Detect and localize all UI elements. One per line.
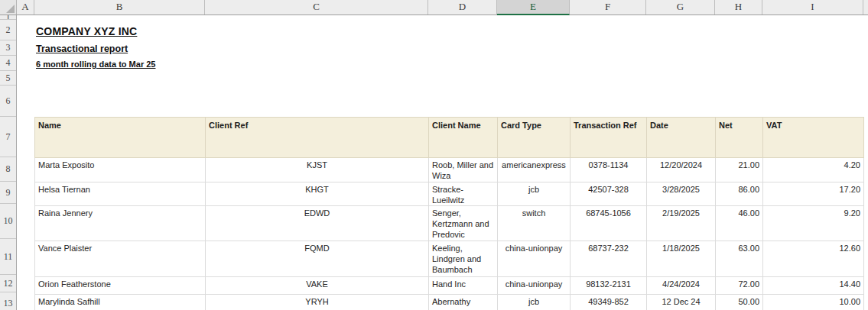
cell-date[interactable]: 1/18/2025 [647,241,716,277]
cell-transaction-ref[interactable]: 0378-1134 [571,158,647,182]
cell-vat[interactable]: 9.20 [763,206,864,241]
cell-client-ref[interactable]: KHGT [206,182,429,206]
header-client-ref[interactable]: Client Ref [206,118,429,158]
column-header-e-selected[interactable]: E [497,0,570,15]
cell-date[interactable]: 12/20/2024 [647,158,716,182]
table-row: Vance Plaister FQMD Keeling, Lindgren an… [35,241,864,277]
cell-transaction-ref[interactable]: 49349-852 [571,295,647,310]
cell-client-ref[interactable]: YRYH [206,295,429,310]
cell-net[interactable]: 86.00 [716,182,763,206]
cell-name[interactable]: Raina Jennery [35,206,206,241]
cell-net[interactable]: 50.00 [716,295,763,310]
cell-name[interactable]: Helsa Tiernan [35,182,206,206]
select-all-triangle-icon [6,5,15,13]
row-header-8[interactable]: 8 [0,157,16,182]
column-header-c[interactable]: C [205,0,428,15]
table-row: Orion Featherstone VAKE Hand Inc china-u… [35,277,864,295]
row-header-11[interactable]: 11 [0,239,16,275]
column-header-h[interactable]: H [715,0,762,15]
cell-client-name[interactable]: Senger, Kertzmann and Predovic [429,206,498,241]
column-header-a[interactable]: A [17,0,34,15]
header-transaction-ref[interactable]: Transaction Ref [571,118,647,158]
cell-date[interactable]: 12 Dec 24 [647,295,716,310]
row-header-10[interactable]: 10 [0,204,16,239]
select-all-button[interactable] [0,0,17,15]
row-header-9[interactable]: 9 [0,182,16,204]
transactions-table: Name Client Ref Client Name Card Type Tr… [34,117,864,310]
cell-client-ref[interactable]: VAKE [206,277,429,295]
cell-client-ref[interactable]: EDWD [206,206,429,241]
cell-client-name[interactable]: Abernathy [429,295,498,310]
column-header-b[interactable]: B [34,0,205,15]
cell-card-type[interactable]: jcb [498,295,571,310]
table-row: Helsa Tiernan KHGT Stracke-Lueilwitz jcb… [35,182,864,206]
cell-card-type[interactable]: americanexpress [498,158,571,182]
cell-net[interactable]: 46.00 [716,206,763,241]
cell-net[interactable]: 21.00 [716,158,763,182]
cell-name[interactable]: Orion Featherstone [35,277,206,295]
cell-client-name[interactable]: Stracke-Lueilwitz [429,182,498,206]
header-vat[interactable]: VAT [763,118,864,158]
cell-client-ref[interactable]: KJST [206,158,429,182]
cell-card-type[interactable]: china-unionpay [498,241,571,277]
row-header-4[interactable]: 4 [0,56,16,71]
cell-transaction-ref[interactable]: 68737-232 [571,241,647,277]
header-card-type[interactable]: Card Type [498,118,571,158]
cell-client-name[interactable]: Roob, Miller and Wiza [429,158,498,182]
row-header-6[interactable]: 6 [0,86,16,117]
cell-transaction-ref[interactable]: 68745-1056 [571,206,647,241]
spreadsheet-app: A B C D E F G H I 1 2 3 4 5 6 7 8 9 10 1… [0,0,868,310]
sheet-area[interactable]: COMPANY XYZ INC Transactional report 6 m… [17,15,868,310]
period-subtitle[interactable]: 6 month rolling data to Mar 25 [36,60,155,69]
column-header-d[interactable]: D [428,0,497,15]
cell-card-type[interactable]: china-unionpay [498,277,571,295]
row-header-3[interactable]: 3 [0,40,16,56]
cell-date[interactable]: 2/19/2025 [647,206,716,241]
row-header-7[interactable]: 7 [0,117,16,157]
company-title[interactable]: COMPANY XYZ INC [36,25,137,37]
cell-name[interactable]: Marylinda Safhill [35,295,206,310]
column-header-f[interactable]: F [570,0,646,15]
column-header-g[interactable]: G [646,0,715,15]
table-row: Raina Jennery EDWD Senger, Kertzmann and… [35,206,864,241]
column-header-i[interactable]: I [762,0,863,15]
table-row: Marta Exposito KJST Roob, Miller and Wiz… [35,158,864,182]
cell-card-type[interactable]: switch [498,206,571,241]
table-header-row: Name Client Ref Client Name Card Type Tr… [35,118,864,158]
cell-date[interactable]: 4/24/2024 [647,277,716,295]
row-header-column: 1 2 3 4 5 6 7 8 9 10 11 12 13 [0,15,17,310]
cell-vat[interactable]: 10.00 [763,295,864,310]
cell-vat[interactable]: 14.40 [763,277,864,295]
cell-net[interactable]: 63.00 [716,241,763,277]
cell-client-name[interactable]: Hand Inc [429,277,498,295]
report-title[interactable]: Transactional report [36,44,128,54]
cell-date[interactable]: 3/28/2025 [647,182,716,206]
row-header-2[interactable]: 2 [0,20,16,40]
cell-name[interactable]: Marta Exposito [35,158,206,182]
cell-vat[interactable]: 12.60 [763,241,864,277]
row-header-12[interactable]: 12 [0,275,16,292]
cell-transaction-ref[interactable]: 42507-328 [571,182,647,206]
cell-client-name[interactable]: Keeling, Lindgren and Baumbach [429,241,498,277]
cell-vat[interactable]: 17.20 [763,182,864,206]
row-header-5[interactable]: 5 [0,71,16,86]
header-name[interactable]: Name [35,118,206,158]
header-net[interactable]: Net [716,118,763,158]
table-row: Marylinda Safhill YRYH Abernathy jcb 493… [35,295,864,310]
cell-name[interactable]: Vance Plaister [35,241,206,277]
cell-transaction-ref[interactable]: 98132-2131 [571,277,647,295]
cell-client-ref[interactable]: FQMD [206,241,429,277]
column-header-filler [863,0,868,15]
header-client-name[interactable]: Client Name [429,118,498,158]
row-header-13[interactable]: 13 [0,292,16,310]
cell-card-type[interactable]: jcb [498,182,571,206]
cell-vat[interactable]: 4.20 [763,158,864,182]
cell-net[interactable]: 72.00 [716,277,763,295]
header-date[interactable]: Date [647,118,716,158]
column-header-row: A B C D E F G H I [0,0,868,15]
